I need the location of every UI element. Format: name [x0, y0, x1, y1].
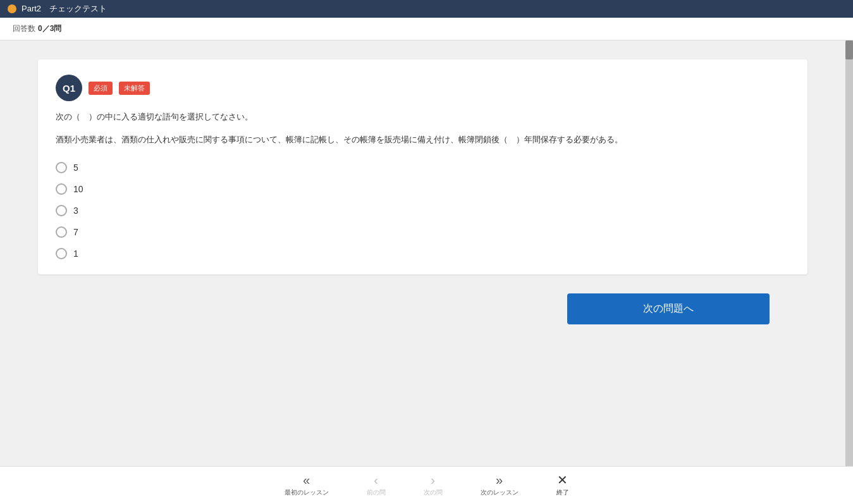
last-lesson-label: 次のレッスン	[481, 488, 519, 497]
option-item[interactable]: 7	[56, 226, 790, 238]
radio-circle[interactable]	[56, 248, 67, 259]
first-lesson-icon: «	[303, 474, 310, 486]
option-label: 10	[73, 184, 83, 194]
bottom-nav: « 最初のレッスン ‹ 前の問 › 次の問 » 次のレッスン ✕ 終了	[0, 466, 853, 504]
question-instruction: 次の（ ）の中に入る適切な語句を選択してなさい。	[56, 111, 790, 123]
scrollbar-thumb[interactable]	[845, 40, 853, 59]
option-label: 1	[73, 249, 78, 259]
nav-close[interactable]: ✕ 終了	[556, 474, 569, 497]
header-bar: Part2 チェックテスト	[0, 0, 853, 18]
tag-unanswered: 未解答	[119, 82, 150, 95]
option-label: 3	[73, 206, 78, 216]
nav-last-lesson[interactable]: » 次のレッスン	[481, 474, 519, 497]
question-card: Q1 必須 未解答 次の（ ）の中に入る適切な語句を選択してなさい。 酒類小売業…	[38, 59, 807, 274]
radio-circle[interactable]	[56, 162, 67, 173]
close-label: 終了	[556, 488, 569, 497]
next-label: 次の問	[424, 488, 443, 497]
scrollbar-track[interactable]	[845, 40, 853, 466]
next-button[interactable]: 次の問題へ	[567, 293, 770, 324]
question-text: 酒類小売業者は、酒類の仕入れや販売に関する事項について、帳簿に記帳し、その帳簿を…	[56, 133, 790, 147]
prev-icon: ‹	[374, 474, 378, 486]
option-item[interactable]: 3	[56, 205, 790, 216]
main-content: Q1 必須 未解答 次の（ ）の中に入る適切な語句を選択してなさい。 酒類小売業…	[0, 40, 845, 466]
radio-circle[interactable]	[56, 226, 67, 238]
button-area: 次の問題へ	[38, 287, 807, 337]
question-badge: Q1	[56, 75, 82, 101]
option-label: 5	[73, 163, 78, 173]
radio-circle[interactable]	[56, 205, 67, 216]
option-label: 7	[73, 227, 78, 237]
prev-label: 前の問	[367, 488, 386, 497]
nav-prev: ‹ 前の問	[367, 474, 386, 497]
progress-label: 回答数	[13, 23, 35, 34]
options-list: 510371	[56, 162, 790, 259]
main-wrapper: Q1 必須 未解答 次の（ ）の中に入る適切な語句を選択してなさい。 酒類小売業…	[0, 40, 853, 466]
radio-circle[interactable]	[56, 183, 67, 195]
last-lesson-icon: »	[496, 474, 503, 486]
tag-required: 必須	[89, 82, 113, 95]
header-title: Part2 チェックテスト	[21, 3, 107, 15]
nav-next: › 次の問	[424, 474, 443, 497]
progress-count: 0／3問	[38, 23, 61, 34]
progress-bar: 回答数 0／3問	[0, 18, 853, 40]
first-lesson-label: 最初のレッスン	[285, 488, 329, 497]
option-item[interactable]: 10	[56, 183, 790, 195]
option-item[interactable]: 5	[56, 162, 790, 173]
next-icon: ›	[431, 474, 435, 486]
header-dot-icon	[8, 4, 16, 13]
close-icon: ✕	[557, 474, 568, 486]
nav-first-lesson[interactable]: « 最初のレッスン	[285, 474, 329, 497]
option-item[interactable]: 1	[56, 248, 790, 259]
question-header: Q1 必須 未解答	[56, 75, 790, 101]
